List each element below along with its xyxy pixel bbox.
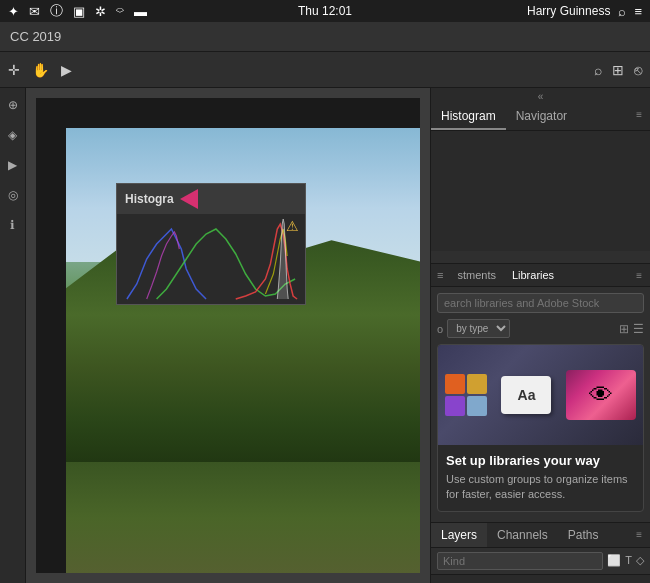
- filter-row: o by type ⊞ ☰: [437, 319, 644, 338]
- control-strip-icon[interactable]: ≡: [634, 4, 642, 19]
- bottom-panel: Layers Channels Paths ≡ ⬜ T ◇: [431, 523, 650, 583]
- dropbox-icon[interactable]: ✦: [8, 4, 19, 19]
- histogram-content: [431, 131, 650, 251]
- tab-adjustments[interactable]: stments: [449, 264, 504, 286]
- panel-collapse-top[interactable]: «: [431, 88, 650, 104]
- layer-text-icon[interactable]: T: [625, 554, 632, 567]
- titlebar: CC 2019: [0, 22, 650, 52]
- libraries-search-input[interactable]: [437, 293, 644, 313]
- adj-lib-tabs: ≡ stments Libraries ≡: [431, 264, 650, 287]
- swatch-orange: [445, 374, 465, 394]
- layer-shape-icon[interactable]: ◇: [636, 554, 644, 567]
- promo-swatches: [445, 374, 487, 416]
- mail-icon[interactable]: ✉: [29, 4, 40, 19]
- promo-description: Use custom groups to organize items for …: [446, 472, 635, 503]
- promo-font-card: Aa: [501, 376, 551, 414]
- swatch-purple: [445, 396, 465, 416]
- hand-tool-icon[interactable]: ✋: [32, 62, 49, 78]
- adj-lib-panel-menu[interactable]: ≡: [628, 265, 650, 286]
- grid-view-icon[interactable]: ⊞: [619, 322, 629, 336]
- bluetooth-icon[interactable]: ✲: [95, 4, 106, 19]
- histogram-chart: ⚠: [117, 214, 305, 304]
- spotlight-icon[interactable]: ⌕: [618, 4, 626, 19]
- tool-panel: ⊕ ◈ ▶ ◎ ℹ: [0, 88, 26, 583]
- histogram-warning-icon: ⚠: [286, 218, 299, 234]
- layers-filter-icons: ⬜ T ◇: [607, 554, 644, 567]
- layers-kind-search[interactable]: [437, 552, 603, 570]
- wifi-icon[interactable]: ⌔: [116, 4, 124, 19]
- list-view-icon[interactable]: ☰: [633, 322, 644, 336]
- menubar-time: Thu 12:01: [298, 4, 352, 18]
- battery-icon[interactable]: ▬: [134, 4, 147, 19]
- view-icons: ⊞ ☰: [619, 322, 644, 336]
- histogram-arrow-icon: [180, 189, 198, 209]
- histogram-floating-panel: Histogra ⚠: [116, 183, 306, 305]
- tab-paths[interactable]: Paths: [558, 523, 609, 547]
- histogram-panel-title: Histogra: [117, 184, 305, 214]
- layer-pixel-icon[interactable]: ⬜: [607, 554, 621, 567]
- view-options-icon[interactable]: ⊞: [612, 62, 624, 78]
- libraries-promo-card: Aa Set up libraries your way Use custom …: [437, 344, 644, 512]
- video-icon[interactable]: ▶: [61, 62, 72, 78]
- histogram-label: Histogra: [125, 192, 174, 206]
- info-icon[interactable]: ⓘ: [50, 2, 63, 20]
- username-label: Harry Guinness: [527, 4, 610, 18]
- promo-text: Set up libraries your way Use custom gro…: [438, 445, 643, 511]
- filter-option-label: o: [437, 323, 443, 335]
- promo-image: Aa: [438, 345, 643, 445]
- tool-1-icon[interactable]: ⊕: [2, 94, 24, 116]
- adj-lib-menu-left[interactable]: ≡: [431, 264, 449, 286]
- move-tool-icon[interactable]: ✛: [8, 62, 20, 78]
- tab-channels[interactable]: Channels: [487, 523, 558, 547]
- bluetooth-rect-icon[interactable]: ▣: [73, 4, 85, 19]
- histogram-navigator-tabs: Histogram Navigator ≡: [431, 104, 650, 131]
- histogram-svg: [117, 214, 305, 304]
- swatch-blue: [467, 396, 487, 416]
- tab-histogram[interactable]: Histogram: [431, 104, 506, 130]
- app-name: CC 2019: [10, 29, 61, 44]
- tab-navigator[interactable]: Navigator: [506, 104, 577, 130]
- menubar: ✦ ✉ ⓘ ▣ ✲ ⌔ ▬ Thu 12:01 Harry Guinness ⌕…: [0, 0, 650, 22]
- photo-container: [36, 98, 420, 573]
- tab-libraries[interactable]: Libraries: [504, 264, 562, 286]
- tool-3-icon[interactable]: ▶: [2, 154, 24, 176]
- toolbar: ✛ ✋ ▶ ⌕ ⊞ ⎋: [0, 52, 650, 88]
- main-layout: ⊕ ◈ ▶ ◎ ℹ Histogra ⚠: [0, 88, 650, 583]
- layers-panel-menu[interactable]: ≡: [628, 524, 650, 545]
- menubar-right: Harry Guinness ⌕ ≡: [527, 4, 642, 19]
- menubar-left: ✦ ✉ ⓘ ▣ ✲ ⌔ ▬: [8, 2, 147, 20]
- libraries-content: o by type ⊞ ☰: [431, 287, 650, 522]
- share-icon[interactable]: ⎋: [634, 62, 642, 78]
- layers-toolbar: ⬜ T ◇: [431, 548, 650, 575]
- tool-2-icon[interactable]: ◈: [2, 124, 24, 146]
- promo-title: Set up libraries your way: [446, 453, 635, 468]
- layers-tabs: Layers Channels Paths ≡: [431, 523, 650, 548]
- layers-content: [431, 575, 650, 583]
- swatch-yellow: [467, 374, 487, 394]
- histogram-panel-menu[interactable]: ≡: [628, 104, 650, 130]
- sort-select[interactable]: by type: [447, 319, 510, 338]
- promo-eye-image: [566, 370, 636, 420]
- histogram-navigator-panel: Histogram Navigator ≡: [431, 104, 650, 264]
- adj-lib-section: ≡ stments Libraries ≡ o by type ⊞: [431, 264, 650, 523]
- toolbar-right: ⌕ ⊞ ⎋: [594, 62, 642, 78]
- tool-4-icon[interactable]: ◎: [2, 184, 24, 206]
- tab-layers[interactable]: Layers: [431, 523, 487, 547]
- search-icon[interactable]: ⌕: [594, 62, 602, 78]
- right-panel: « Histogram Navigator ≡ ≡ stments: [430, 88, 650, 583]
- canvas-area: Histogra ⚠: [26, 88, 430, 583]
- tool-5-icon[interactable]: ℹ: [2, 214, 24, 236]
- collapse-icon: «: [538, 91, 544, 102]
- foreground: [66, 462, 420, 573]
